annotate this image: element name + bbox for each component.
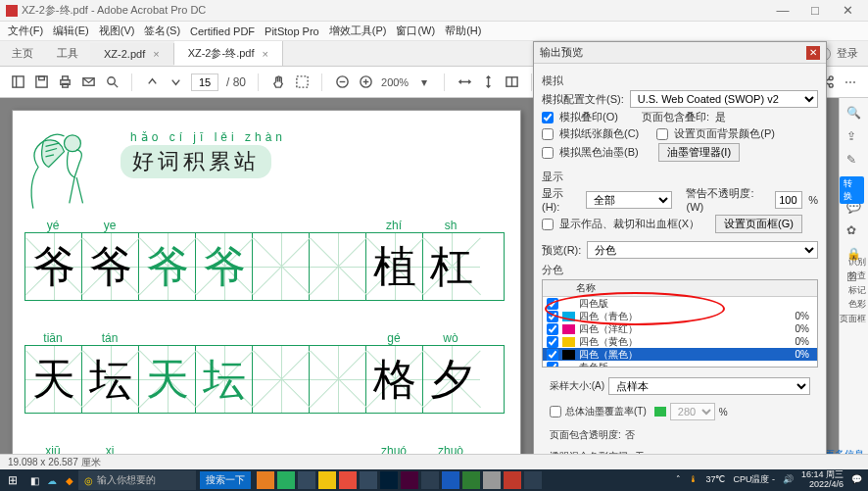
more-icon[interactable]: ⋯ xyxy=(843,74,858,90)
sim-paper-checkbox[interactable] xyxy=(542,128,554,140)
volume-icon[interactable]: 🔊 xyxy=(783,475,794,485)
separation-item[interactable]: 四色（青色）0% xyxy=(543,310,817,322)
search-icon[interactable] xyxy=(104,74,120,90)
app-icon-taskbar[interactable]: ◆ xyxy=(61,475,78,486)
start-button[interactable]: ⊞ xyxy=(0,473,25,487)
title-pinyin: hǎo cí jī lěi zhàn xyxy=(130,130,286,144)
window-title: XZ-2参-终.pdf - Adobe Acrobat Pro DC xyxy=(22,3,768,18)
preview-select[interactable]: 分色 xyxy=(587,241,818,259)
pin-3[interactable] xyxy=(298,471,315,489)
practice-cell: 杠 xyxy=(423,233,480,300)
menu-file[interactable]: 文件(F) xyxy=(8,24,43,38)
menu-edit[interactable]: 编辑(E) xyxy=(53,24,89,38)
tab-tools[interactable]: 工具 xyxy=(45,41,90,66)
pdf-page: hǎo cí jī lěi zhàn 好词积累站 yéyezhísh 爷爷爷爷植… xyxy=(12,110,521,469)
sample-size-select[interactable]: 点样本 xyxy=(608,377,810,395)
sidebar-toggle-icon[interactable] xyxy=(10,74,25,90)
minimize-button[interactable]: — xyxy=(768,3,797,18)
page-down-icon[interactable] xyxy=(168,74,183,90)
close-icon[interactable]: × xyxy=(262,48,267,60)
pin-9[interactable] xyxy=(524,471,542,489)
pin-1[interactable] xyxy=(257,471,274,489)
weather-icon[interactable]: ☁ xyxy=(43,475,61,486)
print-icon[interactable] xyxy=(57,74,72,90)
menu-help[interactable]: 帮助(H) xyxy=(445,24,481,38)
pin-ps[interactable] xyxy=(380,471,398,489)
separations-list[interactable]: 名称 四色版四色（青色）0%四色（洋红）0%四色（黄色）0%四色（黑色）0%专色… xyxy=(542,279,818,368)
select-icon[interactable] xyxy=(294,74,310,90)
pin-6[interactable] xyxy=(360,471,377,489)
sep-checkbox[interactable] xyxy=(547,323,558,335)
zoom-out-icon[interactable] xyxy=(334,74,350,90)
rail-edit-icon[interactable]: ✎ xyxy=(846,153,862,169)
page-number-input[interactable] xyxy=(191,74,218,91)
close-icon[interactable]: × xyxy=(153,48,159,60)
tray-up-icon[interactable]: ˄ xyxy=(676,475,681,485)
fit-page-icon[interactable] xyxy=(480,74,496,90)
sim-overprint-checkbox[interactable] xyxy=(542,112,554,123)
mail-icon[interactable] xyxy=(80,74,96,90)
pin-8[interactable] xyxy=(483,471,501,489)
menu-window[interactable]: 窗口(W) xyxy=(396,24,435,38)
hand-icon[interactable] xyxy=(270,74,286,90)
separation-item[interactable]: 四色（黑色）0% xyxy=(543,348,817,361)
pin-word[interactable] xyxy=(442,471,459,489)
menu-sign[interactable]: 签名(S) xyxy=(144,24,180,38)
show-select[interactable]: 全部 xyxy=(586,191,672,209)
fit-width-icon[interactable] xyxy=(457,74,472,90)
close-button[interactable]: ✕ xyxy=(833,3,862,18)
pin-ai[interactable] xyxy=(401,471,418,489)
save-icon[interactable] xyxy=(33,74,49,90)
separation-item[interactable]: 四色（洋红）0% xyxy=(543,322,817,335)
sim-black-ink-checkbox[interactable] xyxy=(542,147,554,159)
rail-stamp-icon[interactable]: ✿ xyxy=(846,223,862,239)
menu-plugins[interactable]: 增效工具(P) xyxy=(329,24,387,38)
tab-home[interactable]: 主页 xyxy=(0,41,45,66)
system-tray[interactable]: ˄ 🌡 37℃ CPU温度 - 🔊 16:14 周三 2022/4/6 💬 xyxy=(670,470,868,490)
show-art-checkbox[interactable] xyxy=(542,219,554,230)
warn-opacity-input[interactable] xyxy=(775,191,802,209)
chevron-down-icon[interactable]: ▾ xyxy=(416,74,432,90)
sep-checkbox[interactable] xyxy=(547,349,558,361)
separation-item[interactable]: 四色（黄色）0% xyxy=(543,335,817,348)
page-up-icon[interactable] xyxy=(144,74,160,90)
zoom-in-icon[interactable] xyxy=(358,74,373,90)
pin-acrobat[interactable] xyxy=(504,471,521,489)
coverage-value: 280 xyxy=(670,403,715,420)
ink-manager-button[interactable]: 油墨管理器(I) xyxy=(658,143,740,162)
read-mode-icon[interactable] xyxy=(504,74,519,90)
pin-4[interactable] xyxy=(318,471,336,489)
set-bg-checkbox[interactable] xyxy=(656,128,668,140)
notifications-icon[interactable]: 💬 xyxy=(851,475,862,485)
pin-excel[interactable] xyxy=(462,471,480,489)
svg-rect-6 xyxy=(62,83,68,87)
menu-pitstop[interactable]: PitStop Pro xyxy=(265,25,319,37)
taskbar-search[interactable]: ◎ 输入你想要的 xyxy=(78,470,196,490)
practice-cell xyxy=(253,346,310,413)
doc-tab-2[interactable]: XZ-2参-终.pdf × xyxy=(174,41,283,66)
menu-certified-pdf[interactable]: Certified PDF xyxy=(190,25,255,37)
rail-search-icon[interactable]: 🔍 xyxy=(846,106,862,122)
set-page-box-button[interactable]: 设置页面框(G) xyxy=(715,215,802,233)
maximize-button[interactable]: □ xyxy=(800,3,830,18)
sep-checkbox[interactable] xyxy=(547,298,558,310)
menu-view[interactable]: 视图(V) xyxy=(99,24,135,38)
doc-tab-1[interactable]: XZ-2.pdf × xyxy=(90,43,174,65)
profile-select[interactable]: U.S. Web Coated (SWOP) v2 xyxy=(630,90,818,108)
zoom-value[interactable]: 200% xyxy=(381,76,409,88)
total-coverage-checkbox[interactable] xyxy=(550,406,561,417)
svg-point-24 xyxy=(65,135,81,152)
sep-checkbox[interactable] xyxy=(547,336,558,348)
task-view-icon[interactable]: ◧ xyxy=(25,475,43,486)
sep-checkbox[interactable] xyxy=(547,362,558,368)
separation-item[interactable]: 专色版 xyxy=(543,361,817,368)
pin-5[interactable] xyxy=(339,471,357,489)
pin-2[interactable] xyxy=(277,471,295,489)
pin-7[interactable] xyxy=(421,471,439,489)
rail-export-icon[interactable]: ⇪ xyxy=(846,129,862,145)
sep-checkbox[interactable] xyxy=(547,311,558,322)
search-button[interactable]: 搜索一下 xyxy=(200,471,251,489)
page-total: / 80 xyxy=(226,75,246,89)
separation-item[interactable]: 四色版 xyxy=(543,297,817,310)
panel-close-button[interactable]: ✕ xyxy=(806,46,820,60)
